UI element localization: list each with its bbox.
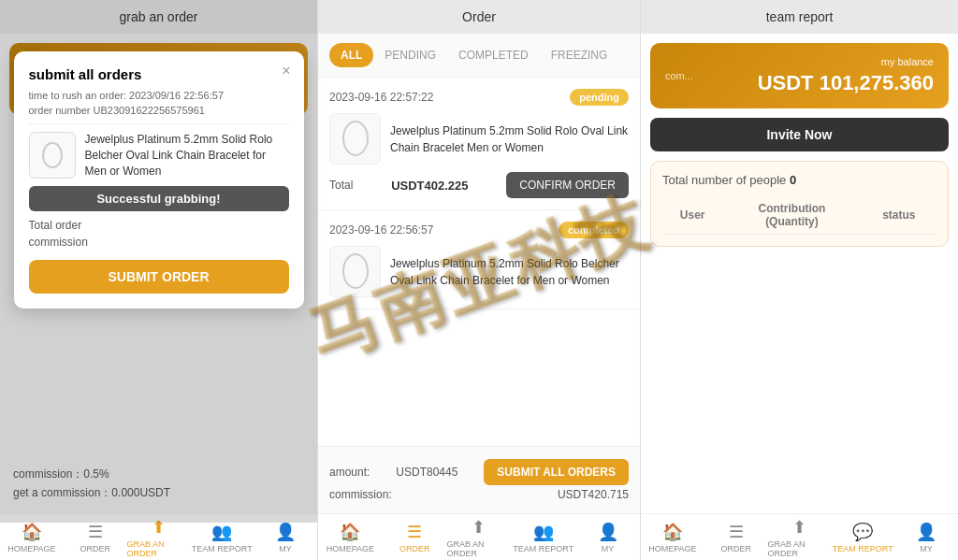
order-2-date: 2023-09-16 22:56:57 — [329, 223, 433, 237]
mid-team-icon: 👥 — [533, 522, 554, 542]
submit-orders-modal: submit all orders × time to rush an orde… — [14, 51, 304, 309]
modal-product: Jewelplus Platinum 5.2mm Solid Rolo Belc… — [29, 132, 289, 179]
right-panel: team report com... my balance USDT 101,2… — [641, 0, 958, 560]
order-2-product-text: Jewelplus Platinum 5.2mm Solid Rolo Belc… — [390, 255, 629, 289]
total-order-label: Total order — [29, 219, 82, 232]
right-grab-icon: ⬆ — [792, 517, 806, 538]
commission-value-footer: USDT420.715 — [558, 488, 629, 501]
svg-point-0 — [43, 143, 62, 167]
order-1-product-text: Jewelplus Platinum 5.2mm Solid Rolo Oval… — [390, 122, 629, 156]
tab-freezing[interactable]: FREEZING — [540, 43, 619, 67]
svg-point-2 — [343, 254, 368, 288]
orders-list: 2023-09-16 22:57:22 pending Jewelplus Pl… — [318, 78, 640, 446]
my-icon: 👤 — [275, 522, 296, 542]
right-nav-order[interactable]: ☰ ORDER — [704, 514, 768, 560]
order-2-product: Jewelplus Platinum 5.2mm Solid Rolo Belc… — [329, 246, 629, 297]
right-team-icon: 💬 — [852, 522, 873, 542]
total-order-row: Total order — [29, 219, 289, 232]
submit-all-orders-button[interactable]: SUBMIT ALL ORDERS — [484, 459, 629, 485]
amount-value: USDT80445 — [396, 466, 457, 479]
left-nav-homepage-label: HOMEPAGE — [7, 544, 55, 553]
right-nav-my[interactable]: 👤 MY — [894, 514, 958, 560]
left-nav-my-label: MY — [279, 544, 292, 553]
home-icon: 🏠 — [22, 522, 42, 542]
right-panel-inner: com... my balance USDT 101,275.360 Invit… — [641, 34, 958, 560]
success-badge: Successful grabbing! — [29, 186, 289, 211]
mid-grab-icon: ⬆ — [472, 517, 486, 538]
left-nav-grab-label: GRAB AN ORDER — [127, 539, 191, 558]
team-stats-title: Total number of people 0 — [662, 173, 936, 187]
middle-footer: amount: USDT80445 SUBMIT ALL ORDERS comm… — [318, 446, 640, 513]
middle-amount-row: amount: USDT80445 SUBMIT ALL ORDERS — [329, 459, 629, 485]
right-nav-homepage[interactable]: 🏠 HOMEPAGE — [641, 514, 704, 560]
right-my-icon: 👤 — [916, 522, 936, 542]
order-1-footer: Total USDT402.225 CONFIRM ORDER — [329, 172, 629, 198]
modal-overlay: submit all orders × time to rush an orde… — [0, 0, 317, 523]
mid-nav-homepage[interactable]: 🏠 HOMEPAGE — [318, 514, 383, 560]
order-2-status: completed — [559, 222, 629, 238]
col-status: status — [862, 196, 936, 235]
order-1-date: 2023-09-16 22:57:22 — [329, 91, 433, 104]
team-table: User Contribution(Quantity) status — [662, 196, 936, 235]
mid-nav-team[interactable]: 👥 TEAM REPORT — [511, 514, 575, 560]
right-nav-grab[interactable]: ⬆ GRAB AN ORDER — [768, 514, 832, 560]
submit-order-button[interactable]: SUBMIT ORDER — [29, 260, 289, 294]
mid-my-icon: 👤 — [598, 522, 618, 542]
team-count: 0 — [790, 173, 796, 187]
tab-pending[interactable]: PENDING — [373, 43, 447, 67]
balance-box: com... my balance USDT 101,275.360 — [650, 43, 949, 108]
order-card-2-header: 2023-09-16 22:56:57 completed — [329, 222, 629, 238]
left-nav-team-label: TEAM REPORT — [192, 544, 253, 553]
middle-bottom-nav: 🏠 HOMEPAGE ☰ ORDER ⬆ GRAB AN ORDER 👥 TEA… — [318, 513, 640, 560]
order-2-product-image — [329, 246, 381, 297]
order-1-product: Jewelplus Platinum 5.2mm Solid Rolo Oval… — [329, 113, 629, 165]
right-order-icon: ☰ — [729, 522, 744, 542]
invite-now-button[interactable]: Invite Now — [650, 118, 949, 151]
mid-order-icon: ☰ — [407, 522, 422, 542]
mid-home-icon: 🏠 — [340, 522, 360, 542]
order-card-2: 2023-09-16 22:56:57 completed Jewelplus … — [318, 210, 640, 309]
middle-panel: Order ALL PENDING COMPLETED FREEZING 202… — [318, 0, 641, 560]
product-name: Jewelplus Platinum 5.2mm Solid Rolo Belc… — [85, 132, 289, 179]
modal-close-button[interactable]: × — [282, 63, 290, 79]
amount-label: amount: — [329, 466, 370, 479]
mid-nav-order[interactable]: ☰ ORDER — [383, 514, 447, 560]
right-home-icon: 🏠 — [662, 522, 683, 542]
commission-label: commission — [29, 236, 88, 249]
col-contribution: Contribution(Quantity) — [722, 196, 861, 235]
mid-nav-my[interactable]: 👤 MY — [575, 514, 640, 560]
commission-label-footer: commission: — [329, 488, 392, 501]
team-stats-box: Total number of people 0 User Contributi… — [650, 161, 949, 247]
commission-row: commission — [29, 236, 289, 249]
modal-title: submit all orders — [29, 66, 289, 82]
confirm-order-button-1[interactable]: CONFIRM ORDER — [506, 172, 629, 198]
order-1-total-label: Total — [329, 179, 353, 192]
balance-value: 101,275.360 — [820, 71, 934, 94]
order-card-1: 2023-09-16 22:57:22 pending Jewelplus Pl… — [318, 78, 640, 210]
order-1-amount: USDT402.225 — [391, 179, 468, 193]
balance-right: my balance USDT 101,275.360 — [758, 56, 934, 95]
modal-order-number: order number UB23091622256575961 — [29, 105, 289, 116]
order-icon: ☰ — [88, 522, 103, 542]
col-user: User — [662, 196, 722, 235]
middle-commission-row: commission: USDT420.715 — [329, 488, 629, 501]
my-balance-label: my balance — [758, 56, 934, 67]
left-panel: grab an order account funds USDT:100,452… — [0, 0, 318, 560]
product-image — [29, 132, 76, 179]
right-nav-team[interactable]: 💬 TEAM REPORT — [831, 514, 894, 560]
order-1-status: pending — [570, 89, 629, 106]
mid-nav-grab[interactable]: ⬆ GRAB AN ORDER — [447, 514, 512, 560]
team-report-icon: 👥 — [211, 522, 232, 542]
order-tabs: ALL PENDING COMPLETED FREEZING — [318, 34, 640, 78]
middle-panel-header: Order — [318, 0, 640, 34]
my-balance-amount: USDT 101,275.360 — [758, 71, 934, 95]
balance-prefix: USDT — [758, 71, 814, 94]
tab-all[interactable]: ALL — [329, 43, 373, 67]
balance-left: com... — [665, 70, 693, 81]
left-nav-order-label: ORDER — [80, 544, 110, 553]
modal-time-info: time to rush an order: 2023/09/16 22:56:… — [29, 90, 289, 101]
tab-completed[interactable]: COMPLETED — [447, 43, 540, 67]
right-bottom-nav: 🏠 HOMEPAGE ☰ ORDER ⬆ GRAB AN ORDER 💬 TEA… — [641, 513, 958, 560]
svg-point-1 — [343, 122, 368, 155]
order-1-product-image — [329, 113, 381, 165]
